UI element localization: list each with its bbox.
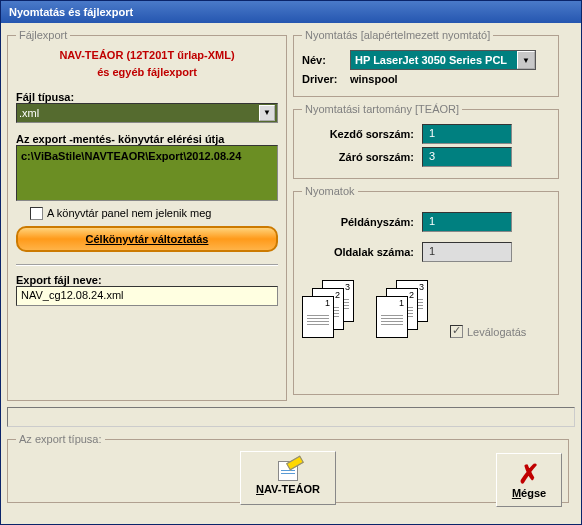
document-edit-icon <box>278 461 298 481</box>
filetype-label: Fájl típusa: <box>16 91 278 103</box>
print-group: Nyomtatás [alapértelmezett nyomtató] Név… <box>293 29 559 97</box>
printer-select[interactable]: HP LaserJet 3050 Series PCL ▼ <box>350 50 536 70</box>
copies-group: Nyomatok Példányszám: 1 Oldalak száma: 1 <box>293 185 559 395</box>
driver-label: Driver: <box>302 73 350 85</box>
driver-value: winspool <box>350 73 398 85</box>
end-row-input[interactable]: 3 <box>422 147 512 167</box>
change-dir-button[interactable]: Célkönyvtár változtatás <box>16 226 278 252</box>
checkbox-icon <box>30 207 43 220</box>
collate-checkbox: ✓ Leválogatás <box>450 325 526 338</box>
fileexport-legend: Fájlexport <box>16 29 70 41</box>
fileexport-title: NAV-TEÁOR (12T201T űrlap-XML) és egyéb f… <box>16 47 278 81</box>
start-row-input[interactable]: 1 <box>422 124 512 144</box>
filetype-value: .xml <box>19 107 39 119</box>
window-title: Nyomtatás és fájlexport <box>9 6 133 18</box>
export-type-group: Az export típusa: NAV-TEÁOR ✗ Mégse <box>7 433 569 503</box>
filetype-select[interactable]: .xml ▼ <box>16 103 278 123</box>
panel-checkbox-label: A könyvtár panel nem jelenik meg <box>47 207 211 219</box>
range-legend: Nyomtatási tartomány [TEÁOR] <box>302 103 462 115</box>
fileexport-group: Fájlexport NAV-TEÁOR (12T201T űrlap-XML)… <box>7 29 287 401</box>
collate-preview-2: 3 2 1 <box>376 280 432 338</box>
export-type-legend: Az export típusa: <box>16 433 105 445</box>
export-path-label: Az export -mentés- könyvtár elérési útja <box>16 133 278 145</box>
printer-name-label: Név: <box>302 54 350 66</box>
start-row-label: Kezdő sorszám: <box>302 128 422 140</box>
nav-teaor-button[interactable]: NAV-TEÁOR <box>240 451 336 505</box>
panel-checkbox-row[interactable]: A könyvtár panel nem jelenik meg <box>30 207 278 220</box>
filename-value: NAV_cg12.08.24.xml <box>21 289 124 301</box>
right-column: Nyomtatás [alapértelmezett nyomtató] Név… <box>293 29 559 401</box>
printer-name-value: HP LaserJet 3050 Series PCL <box>355 54 507 66</box>
cancel-button[interactable]: ✗ Mégse <box>496 453 562 507</box>
copies-input[interactable]: 1 <box>422 212 512 232</box>
export-path-box[interactable]: c:\ViBaStile\NAVTEAOR\Export\2012.08.24 <box>16 145 278 201</box>
filename-input[interactable]: NAV_cg12.08.24.xml <box>16 286 278 306</box>
collate-label: Leválogatás <box>467 326 526 338</box>
titlebar: Nyomtatás és fájlexport <box>1 1 581 23</box>
print-legend: Nyomtatás [alapértelmezett nyomtató] <box>302 29 493 41</box>
end-row-label: Záró sorszám: <box>302 151 422 163</box>
copies-label: Példányszám: <box>302 216 422 228</box>
chevron-down-icon: ▼ <box>259 105 275 121</box>
filename-label: Export fájl neve: <box>16 274 278 286</box>
chevron-down-icon: ▼ <box>517 51 535 69</box>
copies-legend: Nyomatok <box>302 185 358 197</box>
close-icon: ✗ <box>518 461 540 487</box>
pages-value-box: 1 <box>422 242 512 262</box>
export-path-value: c:\ViBaStile\NAVTEAOR\Export\2012.08.24 <box>21 150 241 162</box>
status-bar <box>7 407 575 427</box>
pages-label: Oldalak száma: <box>302 246 422 258</box>
window: Nyomtatás és fájlexport Fájlexport NAV-T… <box>0 0 582 525</box>
checkbox-icon: ✓ <box>450 325 463 338</box>
range-group: Nyomtatási tartomány [TEÁOR] Kezdő sorsz… <box>293 103 559 179</box>
collate-preview-1: 3 2 1 <box>302 280 358 338</box>
content: Fájlexport NAV-TEÁOR (12T201T űrlap-XML)… <box>1 23 581 509</box>
